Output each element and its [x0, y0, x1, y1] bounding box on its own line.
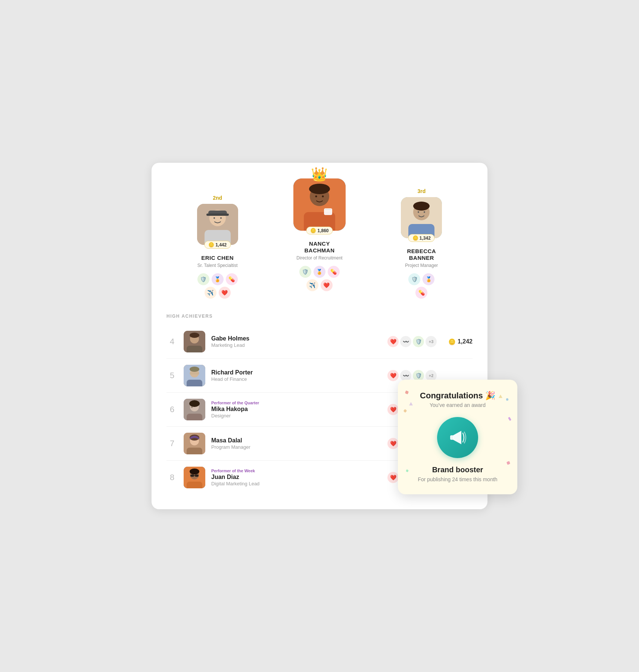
second-role: Sr. Talent Specialtist: [197, 263, 238, 268]
icon-5a: ❤️: [387, 370, 399, 381]
congrats-card: Congratulations 🎉 You've earned an award…: [398, 380, 517, 494]
avatar-5: [184, 365, 205, 386]
achiever-name-6: Mika Hakopa: [211, 406, 381, 413]
svg-rect-43: [190, 475, 194, 477]
svg-rect-37: [187, 448, 202, 454]
third-coins: 🪙 1,342: [408, 234, 435, 242]
achiever-name-7: Masa Dalal: [211, 437, 381, 444]
avatar-6: [184, 399, 205, 420]
badge-plane-1: ✈️: [306, 279, 318, 291]
svg-point-20: [424, 211, 425, 213]
achiever-info-5: Richard Porter Head of Finance: [211, 369, 381, 382]
coin-icon-1: 🪙: [310, 228, 316, 233]
achiever-info-6: Performer of the Quarter Mika Hakopa Des…: [211, 401, 381, 419]
svg-rect-4: [206, 214, 229, 216]
second-coins: 🪙 1,442: [204, 241, 231, 249]
svg-point-18: [413, 202, 430, 211]
badge-t3: 💊: [415, 287, 427, 299]
third-avatar-wrap: 🪙 1,342: [401, 197, 442, 238]
third-avatar: [401, 197, 442, 238]
badge-trophy-1: 🏅: [314, 266, 325, 278]
confetti-tri-1: [409, 402, 413, 405]
plus-4: +3: [426, 336, 437, 347]
achiever-info-7: Masa Dalal Program Manager: [211, 437, 381, 450]
coin-icon-3: 🪙: [412, 235, 418, 241]
first-avatar: [293, 178, 346, 231]
podium-first: 👑: [268, 167, 370, 291]
svg-point-5: [213, 217, 215, 219]
first-role: Director of Recruitment: [296, 255, 342, 261]
congrats-award-name: Brand booster: [432, 466, 483, 474]
badge-pill-1: 💊: [328, 266, 340, 278]
congrats-subtitle: You've earned an award: [430, 402, 486, 408]
badge-heart-2: ❤️: [219, 287, 231, 299]
svg-rect-41: [187, 482, 202, 488]
first-coins: 🪙 1,860: [306, 227, 333, 234]
third-role: Project Manager: [405, 263, 438, 268]
second-avatar: [197, 204, 238, 245]
podium-third: 3rd: [371, 188, 473, 299]
first-badges-2: ✈️ ❤️: [306, 279, 333, 291]
achiever-info-4: Gabe Holmes Marketing Lead: [211, 335, 381, 348]
second-name: ERIC CHEN: [201, 255, 234, 261]
first-name: NANCY BACHMAN: [304, 240, 334, 254]
svg-rect-23: [187, 346, 202, 352]
congrats-title: Congratulations 🎉: [420, 391, 495, 401]
icon-8a: ❤️: [387, 472, 399, 483]
svg-rect-27: [187, 380, 202, 386]
icon-4b: 〰️: [400, 336, 411, 347]
icon-4c: 🛡️: [413, 336, 424, 347]
badge-label-6: Performer of the Quarter: [211, 401, 381, 405]
third-badges: 🛡️ 🏅: [408, 273, 434, 285]
third-badges-2: 💊: [415, 287, 427, 299]
badge-t2: 🏅: [423, 273, 434, 285]
congrats-award-desc: For publishing 24 times this month: [418, 476, 497, 482]
avatar-8: [184, 467, 205, 488]
rank-4: 4: [166, 337, 178, 346]
icon-4a: ❤️: [387, 336, 399, 347]
section-title: HIGH ACHIEVERS: [166, 314, 473, 319]
badge-label-8: Performer of the Week: [211, 469, 381, 473]
svg-point-33: [189, 400, 200, 407]
confetti-2: [506, 398, 508, 401]
confetti-tri-2: [499, 395, 502, 398]
avatar-4: [184, 331, 205, 352]
svg-point-10: [315, 196, 317, 197]
podium: 2nd: [166, 174, 473, 299]
rank-6: 6: [166, 405, 178, 414]
svg-rect-32: [187, 414, 202, 420]
achiever-coins-4: 🪙 1,242: [443, 338, 473, 345]
megaphone-icon: [447, 427, 468, 448]
confetti-5: [406, 469, 409, 472]
crown-icon: 👑: [311, 167, 328, 182]
rank-8: 8: [166, 473, 178, 482]
badge-plane-2: ✈️: [205, 287, 216, 299]
achiever-name-8: Juan Diaz: [211, 474, 381, 480]
second-avatar-wrap: 🪙 1,442: [197, 204, 238, 245]
badge-trophy-2: 🏅: [212, 273, 224, 285]
svg-rect-13: [325, 209, 331, 210]
svg-point-11: [322, 196, 324, 197]
first-badges: 🛡️ 🏅 💊: [299, 266, 340, 278]
second-badges: 🛡️ 🏅 💊: [197, 273, 238, 285]
badge-pill-2: 💊: [226, 273, 238, 285]
achiever-name-4: Gabe Holmes: [211, 335, 381, 342]
congrats-icon-circle: [437, 417, 478, 458]
achiever-info-8: Performer of the Week Juan Diaz Digital …: [211, 469, 381, 486]
svg-point-19: [418, 211, 419, 213]
coin-icon-2: 🪙: [208, 242, 214, 248]
svg-point-14: [309, 184, 330, 194]
icon-6a: ❤️: [387, 404, 399, 415]
second-badges-2: ✈️ ❤️: [205, 287, 231, 299]
confetti-6: [506, 461, 510, 465]
confetti-4: [508, 417, 511, 421]
achiever-name-5: Richard Porter: [211, 369, 381, 376]
badge-t1: 🛡️: [408, 273, 420, 285]
table-row: 4 Gabe Holmes Marketing Lead ❤️ 〰️: [166, 325, 473, 359]
svg-rect-44: [195, 475, 199, 477]
badge-heart-1: ❤️: [321, 279, 333, 291]
third-place-label: 3rd: [417, 188, 426, 194]
achiever-role-5: Head of Finance: [211, 376, 381, 382]
podium-second: 2nd: [166, 195, 268, 299]
badge-shield-1: 🛡️: [299, 266, 311, 278]
